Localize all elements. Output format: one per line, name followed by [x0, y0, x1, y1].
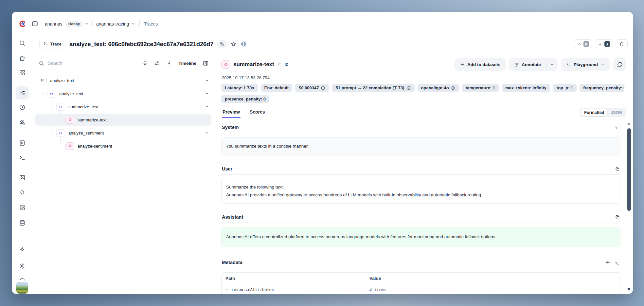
project-chevron-down-icon[interactable] — [131, 21, 135, 26]
download-icon[interactable] — [166, 60, 172, 66]
settings-gear-icon[interactable] — [16, 260, 29, 273]
evaluation-icon[interactable] — [16, 171, 29, 184]
format-formatted-option[interactable]: Formatted — [581, 109, 607, 116]
tree-node-span[interactable]: analyze_text — [33, 87, 215, 100]
model-badge[interactable]: openai/gpt-4o — [418, 84, 459, 92]
detail-header: summarize-text ID Add to datasets Annota… — [221, 58, 626, 71]
observation-tree: analyze_text analyze_text summarize_text — [33, 74, 215, 153]
tokens-badge[interactable]: 51 prompt → 22 completion (∑ 73) — [332, 84, 414, 92]
chevron-down-icon — [225, 288, 229, 292]
prev-observation-button[interactable]: K — [574, 39, 592, 49]
trace-icon — [38, 77, 47, 84]
search-input[interactable] — [47, 60, 88, 66]
home-icon[interactable] — [16, 52, 29, 65]
copy-icon[interactable] — [615, 260, 620, 265]
chevron-down-icon[interactable] — [205, 91, 209, 97]
annotation-queues-icon[interactable] — [16, 201, 29, 214]
prompts-icon[interactable] — [16, 136, 29, 150]
panel-collapse-icon[interactable] — [203, 60, 209, 66]
info-icon — [406, 86, 411, 90]
next-observation-button[interactable]: J — [595, 39, 613, 49]
search-icon[interactable] — [16, 37, 29, 50]
breadcrumb-project[interactable]: anannas-tracing — [96, 21, 129, 27]
filter-settings-icon[interactable] — [154, 60, 160, 66]
copy-icon[interactable] — [615, 215, 620, 220]
system-message: You summarize texts in a concise manner. — [221, 137, 620, 155]
tracing-icon[interactable] — [16, 86, 29, 99]
vertical-scrollbar[interactable] — [627, 122, 631, 291]
tab-preview[interactable]: Preview — [222, 107, 241, 118]
generation-icon — [221, 60, 230, 69]
metadata-row-group[interactable]: resourceAttributes 4 items — [222, 284, 620, 294]
org-chevron-down-icon[interactable] — [84, 21, 89, 26]
chevron-down-icon[interactable] — [205, 78, 209, 84]
top-navigation-bar: anannas Hobby anannas-tracing Traces — [12, 12, 633, 36]
sidebar-toggle-icon[interactable] — [31, 20, 38, 27]
tree-node-generation[interactable]: analyze-sentiment — [33, 139, 215, 153]
format-toggle: Formatted JSON — [580, 108, 626, 117]
detail-actions: Add to datasets Annotate — [455, 58, 626, 71]
expand-move-icon[interactable] — [605, 260, 610, 265]
copy-id-icon[interactable] — [277, 62, 282, 67]
observation-timestamp: 2025-10-17 13:53:28.794 — [222, 75, 270, 80]
trace-header-bar: Trace analyze_text: 606c0febc692ce34ec67… — [33, 36, 633, 53]
metadata-table: Path Value resourceAttributes 4 items te… — [221, 272, 620, 294]
trace-type-label: Trace — [50, 42, 62, 46]
scrollbar-thumb[interactable] — [627, 128, 631, 211]
dashboards-icon[interactable] — [16, 66, 29, 79]
user-avatar[interactable] — [16, 282, 28, 294]
insights-icon[interactable] — [16, 186, 29, 199]
detail-scroll-content: System You summarize texts in a concise … — [221, 120, 620, 294]
plus-circle-icon — [451, 86, 456, 90]
tree-node-trace[interactable]: analyze_text — [33, 74, 215, 87]
add-to-datasets-button[interactable]: Add to datasets — [455, 58, 506, 71]
playground-icon[interactable] — [16, 151, 29, 164]
tree-node-span[interactable]: summarize_text — [33, 100, 215, 113]
copy-icon[interactable] — [615, 167, 620, 171]
breadcrumb-org[interactable]: anannas — [45, 21, 63, 27]
users-icon[interactable] — [16, 116, 29, 129]
breadcrumb-page[interactable]: Traces — [144, 21, 158, 27]
id-label: ID — [285, 63, 289, 66]
tab-scores[interactable]: Scores — [249, 107, 266, 118]
metrics-badges-row-2: presence_penalty: 0 — [221, 95, 624, 103]
presence-penalty-badge: presence_penalty: 0 — [221, 95, 269, 103]
sessions-icon[interactable] — [16, 101, 29, 114]
system-section-header: System — [221, 122, 620, 133]
cost-badge[interactable]: $0.000347 — [295, 84, 329, 92]
tag-icon[interactable] — [217, 40, 226, 48]
trace-type-badge: Trace — [39, 39, 65, 49]
copy-icon[interactable] — [615, 125, 620, 130]
user-section-header: User — [221, 163, 620, 175]
annotate-split-button: Annotate — [509, 58, 558, 71]
upgrade-sparkle-icon[interactable] — [16, 243, 29, 256]
globe-icon[interactable] — [241, 41, 247, 47]
star-icon[interactable] — [230, 41, 237, 47]
tree-node-generation-selected[interactable]: summarize-text — [33, 113, 215, 126]
tree-node-span[interactable]: analyze_sentiment — [33, 126, 215, 139]
format-json-option[interactable]: JSON — [607, 109, 625, 116]
generation-icon — [65, 142, 74, 150]
timeline-toggle[interactable]: Timeline — [178, 61, 196, 66]
delete-trace-button[interactable] — [616, 39, 628, 49]
span-icon — [56, 103, 65, 111]
annotate-dropdown-chevron[interactable] — [546, 58, 558, 71]
chevron-down-icon[interactable] — [205, 130, 209, 136]
next-key-badge: J — [604, 41, 610, 47]
top-p-badge: top_p: 1 — [553, 84, 577, 92]
observation-tree-panel: Timeline analyze_text — [33, 52, 215, 294]
scroll-up-arrow[interactable] — [627, 122, 631, 125]
metadata-section-header: Metadata — [221, 257, 620, 268]
chevron-down-icon[interactable] — [205, 104, 209, 110]
collapse-all-icon[interactable] — [142, 60, 148, 66]
user-message: Summarize the following text: Anannas AI… — [221, 179, 620, 204]
env-badge: Env: default — [261, 84, 292, 92]
comments-button[interactable] — [613, 58, 626, 71]
span-icon — [47, 90, 56, 98]
datasets-icon[interactable] — [16, 216, 29, 229]
playground-button[interactable]: Playground — [561, 58, 610, 71]
generation-icon — [65, 116, 74, 124]
breadcrumb-divider — [138, 21, 140, 27]
annotate-button[interactable]: Annotate — [509, 58, 546, 71]
scroll-down-arrow[interactable] — [627, 288, 631, 291]
